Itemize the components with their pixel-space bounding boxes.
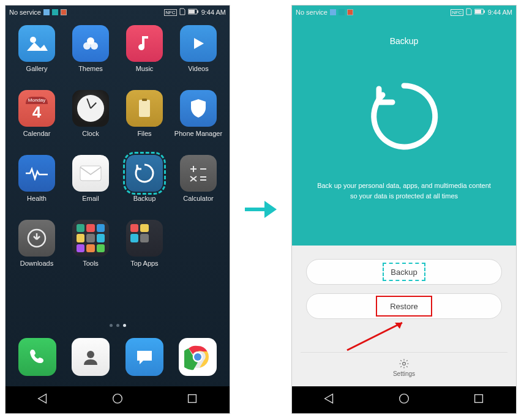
svg-rect-8 [142,99,147,101]
app-label: Gallery [26,65,48,72]
status-no-service: No service [9,9,41,16]
svg-point-5 [83,42,91,50]
page-indicator [6,319,230,331]
app-label: Tools [83,260,99,267]
folder-icon [126,220,163,257]
svg-point-3 [30,37,36,43]
backup-button[interactable]: Backup [306,259,502,285]
heartbeat-icon [18,155,55,192]
status-time: 9:44 AM [201,9,226,16]
backup-hero: Backup Back up your personal data, apps,… [292,19,516,246]
nav-home[interactable] [111,392,124,408]
calendar-icon: Monday 4 [18,90,55,127]
svg-point-18 [87,351,94,358]
nav-recents[interactable] [185,392,199,408]
app-label: Phone Manager [174,130,222,137]
phone-home-screen: No service NFC 9:44 AM [5,5,230,414]
backup-actions: Backup Restore Settings [292,246,516,386]
app-music[interactable]: Music [120,25,169,72]
svg-rect-32 [475,395,483,403]
music-icon [126,25,163,62]
home-app-grid: Gallery Themes Music Videos [6,19,230,319]
status-bar: No service NFC 9:44 AM [292,6,516,19]
app-calculator[interactable]: Calculator [174,155,223,202]
app-phone-manager[interactable]: Phone Manager [174,90,223,137]
app-label: Calendar [23,130,51,137]
gear-icon [399,358,410,369]
phone-backup-screen: No service NFC 9:44 AM Backup Ba [291,5,517,414]
envelope-icon [72,155,109,192]
svg-point-6 [91,42,98,50]
status-no-service: No service [296,9,328,16]
app-email[interactable]: Email [66,155,115,202]
nav-back[interactable] [323,392,336,408]
chrome-app[interactable] [179,338,217,376]
battery-icon [474,9,485,16]
app-topapps-folder[interactable]: Top Apps [120,220,169,267]
app-files[interactable]: Files [120,90,169,137]
settings-button[interactable]: Settings [301,352,507,383]
nav-bar [6,386,230,413]
nav-recents[interactable] [472,392,485,408]
nav-home[interactable] [397,392,411,408]
nfc-icon: NFC [164,9,176,16]
svg-point-31 [400,394,409,403]
app-calendar[interactable]: Monday 4 Calendar [12,90,61,137]
app-label: Calculator [183,195,214,202]
status-icon [52,9,58,15]
app-videos[interactable]: Videos [174,25,223,72]
svg-point-22 [194,353,201,361]
page-title: Backup [390,36,419,46]
svg-point-23 [113,394,122,403]
app-gallery[interactable]: Gallery [12,25,61,72]
videos-icon [180,25,217,62]
app-backup[interactable]: Backup [120,155,169,202]
svg-rect-28 [484,10,485,13]
restore-button[interactable]: Restore [306,293,502,319]
app-label: Health [27,195,47,202]
app-themes[interactable]: Themes [66,25,115,72]
app-health[interactable]: Health [12,155,61,202]
app-label: Videos [188,65,208,72]
app-downloads[interactable]: Downloads [12,220,61,267]
messages-app[interactable] [125,338,163,376]
sd-icon [179,8,185,17]
status-bar: No service NFC 9:44 AM [6,6,230,19]
status-time: 9:44 AM [488,9,512,16]
annotation-highlight [376,296,432,317]
app-tools-folder[interactable]: Tools [66,220,115,267]
calculator-icon [180,155,217,192]
status-icon [339,9,345,15]
gallery-icon [18,25,55,62]
app-clock[interactable]: Clock [66,90,115,137]
contacts-app[interactable] [72,338,110,376]
status-icon [43,9,50,15]
app-label: Clock [82,130,99,137]
themes-icon [72,25,109,62]
svg-rect-2 [197,10,198,13]
phone-app[interactable] [18,338,56,376]
dock [6,331,230,386]
app-label: Themes [78,65,103,72]
settings-label: Settings [393,370,415,377]
svg-rect-24 [189,395,196,403]
app-label: Backup [133,195,156,202]
nav-back[interactable] [36,392,50,408]
svg-rect-7 [139,100,150,117]
status-icon [347,9,353,15]
app-label: Email [82,195,99,202]
status-icon [61,9,67,15]
calendar-daynum: 4 [26,104,48,120]
svg-rect-9 [80,166,101,181]
annotation-highlight [383,263,425,281]
battery-icon [188,9,199,16]
nfc-icon: NFC [451,9,463,16]
restore-circle-icon [364,77,444,156]
nav-bar [292,386,516,413]
files-icon [126,90,163,127]
app-label: Top Apps [130,260,158,267]
shield-icon [180,90,217,127]
download-icon [18,220,55,257]
backup-description: Back up your personal data, apps, and mu… [300,181,508,201]
app-label: Downloads [20,260,53,267]
